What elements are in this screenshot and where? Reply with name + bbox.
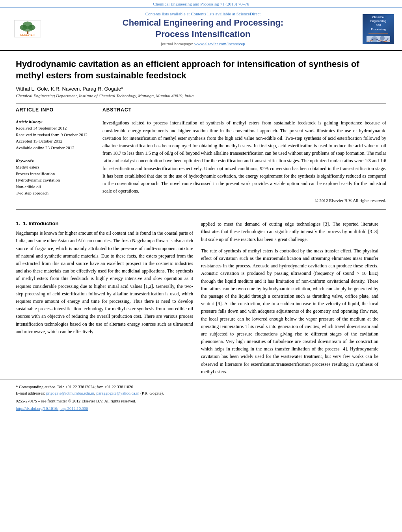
homepage-label: journal homepage: bbox=[161, 41, 194, 46]
article-info-abstract-section: ARTICLE INFO Article history: Received 1… bbox=[16, 107, 386, 203]
email-2[interactable]: paraggogate@yahoo.ca.in bbox=[96, 391, 139, 395]
email-2-suffix: (P.R. Gogate). bbox=[140, 391, 164, 395]
elsevier-logo-left: ELSEVIER bbox=[8, 16, 51, 42]
article-info-panel: ARTICLE INFO Article history: Received 1… bbox=[16, 107, 95, 203]
article-info-title: ARTICLE INFO bbox=[16, 107, 95, 113]
accepted-date: Accepted 15 October 2012 bbox=[16, 138, 95, 145]
cover-accent-bar bbox=[368, 33, 388, 33]
svg-point-5 bbox=[22, 26, 33, 32]
keyword-2: Process intensification bbox=[16, 171, 95, 177]
separator-line-top bbox=[16, 104, 386, 104]
keyword-3: Hydrodynamic cavitation bbox=[16, 177, 95, 184]
keyword-5: Two step approach bbox=[16, 190, 95, 196]
cover-title-line4: Processing bbox=[371, 28, 386, 31]
keywords-separator bbox=[16, 155, 95, 155]
intro-paragraph-1: Nagchampa is known for higher amount of … bbox=[16, 230, 193, 336]
abstract-title: ABSTRACT bbox=[102, 107, 386, 113]
sciencedirect-link-text[interactable]: Contents lists available at ScienceDirec… bbox=[191, 11, 261, 16]
journal-logo-right: Chemical Engineering and Processing bbox=[355, 14, 394, 44]
keyword-4: Non-edible oil bbox=[16, 184, 95, 190]
journal-citation: Chemical Engineering and Processing 71 (… bbox=[153, 2, 249, 6]
cover-image-placeholder bbox=[367, 36, 390, 42]
journal-main-title: Chemical Engineering and Processing: Pro… bbox=[51, 17, 355, 40]
journal-bar: Chemical Engineering and Processing 71 (… bbox=[0, 0, 402, 7]
received-date: Received 14 September 2012 bbox=[16, 125, 95, 132]
article-history-label: Article history: bbox=[16, 119, 95, 124]
intro-heading: 1. 1. Introduction Introduction bbox=[16, 221, 193, 226]
issn-line: 0255-2701/$ – see front matter © 2012 El… bbox=[16, 398, 386, 404]
intro-heading-text: 1. Introduction bbox=[23, 221, 58, 226]
right-column: applied to meet the demand of cutting ed… bbox=[201, 221, 378, 380]
separator-line-bottom bbox=[16, 209, 386, 209]
paper-affiliation: Chemical Engineering Department, Institu… bbox=[16, 93, 386, 98]
issn-text: 0255-2701/$ – see front matter © 2012 El… bbox=[16, 399, 136, 403]
homepage-url[interactable]: www.elsevier.com/locate/cep bbox=[194, 41, 245, 46]
footnote-section: * Corresponding author. Tel.: +91 22 336… bbox=[0, 380, 402, 416]
journal-title-line1: Chemical Engineering and Processing: bbox=[123, 18, 283, 28]
copyright-text: © 2012 Elsevier B.V. All rights reserved… bbox=[102, 198, 386, 203]
left-column: 1. 1. Introduction Introduction Nagchamp… bbox=[16, 221, 193, 380]
right-paragraph-2: The rate of synthesis of methyl esters i… bbox=[201, 247, 378, 376]
keywords-label: Keywords: bbox=[16, 158, 95, 163]
received-revised-date: Received in revised form 9 October 2012 bbox=[16, 132, 95, 138]
email-1[interactable]: pr.gogate@ictmumbai.edu.in bbox=[46, 391, 94, 395]
cover-title-line2: Engineering bbox=[370, 20, 386, 23]
journal-title-center: Contents lists available at Contents lis… bbox=[51, 11, 355, 46]
cover-art-svg bbox=[367, 36, 390, 42]
doi-link[interactable]: http://dx.doi.org/10.1016/j.cep.2012.10.… bbox=[16, 406, 88, 411]
author-names: Vitthal L. Gole, K.R. Naveen, Parag R. G… bbox=[16, 86, 123, 92]
abstract-panel: ABSTRACT Investigations related to proce… bbox=[102, 107, 386, 203]
section-number: 1. bbox=[16, 221, 20, 226]
article-info-separator bbox=[16, 116, 95, 116]
svg-text:ELSEVIER: ELSEVIER bbox=[20, 33, 35, 36]
journal-header: ELSEVIER Contents lists available at Con… bbox=[0, 7, 402, 51]
paper-body: Hydrodynamic cavitation as an efficient … bbox=[0, 51, 402, 221]
star-footnote-text: * Corresponding author. Tel.: +91 22 336… bbox=[16, 385, 134, 389]
journal-cover-image: Chemical Engineering and Processing bbox=[363, 14, 394, 44]
keyword-1: Methyl esters bbox=[16, 164, 95, 171]
abstract-text: Investigations related to process intens… bbox=[102, 119, 386, 195]
abstract-separator bbox=[102, 116, 386, 116]
star-footnote: * Corresponding author. Tel.: +91 22 336… bbox=[16, 384, 386, 390]
elsevier-tree-svg: ELSEVIER bbox=[14, 19, 41, 39]
email-label: E-mail addresses: bbox=[16, 391, 45, 395]
email-footnote: E-mail addresses: pr.gogate@ictmumbai.ed… bbox=[16, 390, 386, 397]
paper-authors: Vitthal L. Gole, K.R. Naveen, Parag R. G… bbox=[16, 86, 386, 92]
main-content-section: 1. 1. Introduction Introduction Nagchamp… bbox=[0, 221, 402, 380]
right-paragraph-1: applied to meet the demand of cutting ed… bbox=[201, 221, 378, 243]
elsevier-logo-img: ELSEVIER bbox=[8, 16, 47, 42]
journal-homepage: journal homepage: www.elsevier.com/locat… bbox=[51, 41, 355, 46]
cover-title-line1: Chemical bbox=[372, 16, 384, 19]
journal-title-line2: Process Intensification bbox=[156, 29, 251, 39]
available-date: Available online 23 October 2012 bbox=[16, 145, 95, 151]
sciencedirect-text: Contents lists available at Contents lis… bbox=[51, 11, 355, 16]
doi-line: http://dx.doi.org/10.1016/j.cep.2012.10.… bbox=[16, 406, 386, 412]
paper-title: Hydrodynamic cavitation as an efficient … bbox=[16, 59, 386, 81]
cover-title-line3: and bbox=[376, 24, 381, 27]
